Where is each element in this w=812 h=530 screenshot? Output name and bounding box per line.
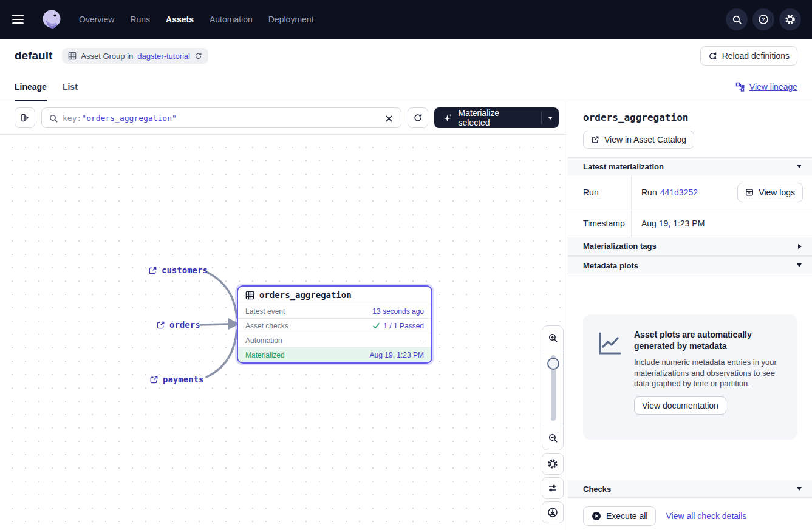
search-value-query: "orders_aggregation"	[81, 114, 177, 123]
external-link-icon	[148, 266, 157, 275]
chevron-down-icon	[797, 263, 802, 267]
top-nav: Overview Runs Assets Automation Deployme…	[0, 0, 812, 39]
row-label: Materialized	[245, 351, 285, 359]
chevron-right-icon	[798, 244, 802, 249]
zoom-slider-handle[interactable]	[547, 358, 559, 370]
nav-overview[interactable]: Overview	[79, 15, 114, 24]
tab-lineage-label: Lineage	[15, 82, 47, 92]
gear-icon	[547, 458, 558, 469]
graph-settings-button[interactable]	[542, 453, 564, 475]
canvas-controls	[542, 325, 564, 523]
row-value: Aug 19, 1:23 PM	[370, 351, 424, 359]
refresh-graph-button[interactable]	[408, 107, 428, 128]
row-value: 13 seconds ago	[372, 307, 424, 316]
section-materialization-tags[interactable]: Materialization tags	[567, 237, 812, 256]
refresh-icon[interactable]	[194, 52, 202, 60]
view-logs-button[interactable]: View logs	[737, 183, 803, 202]
gear-icon	[785, 14, 796, 25]
lineage-pane: key:"orders_aggregation" Materialize sel…	[0, 101, 567, 530]
asset-card-title: orders_aggregation	[259, 290, 352, 300]
view-lineage-link[interactable]: View lineage	[735, 73, 797, 101]
search-icon	[49, 114, 58, 123]
tab-list[interactable]: List	[63, 73, 78, 101]
graph-filters-button[interactable]	[542, 477, 564, 499]
page-header: default Asset Group in dagster-tutorial …	[0, 39, 812, 73]
node-customers[interactable]: customers	[148, 265, 208, 275]
settings-button[interactable]	[779, 8, 801, 30]
section-heading: Checks	[583, 484, 611, 494]
reload-definitions-label: Reload definitions	[722, 51, 790, 61]
zoom-in-button[interactable]	[542, 326, 563, 350]
external-link-icon	[149, 375, 159, 384]
panel-expand-icon	[20, 113, 30, 123]
section-latest-materialization[interactable]: Latest materialization	[567, 157, 812, 175]
zoom-out-button[interactable]	[542, 426, 563, 450]
lineage-graph-icon	[735, 82, 745, 92]
asset-card-row-automation: Automation –	[238, 333, 431, 347]
external-link-icon	[591, 135, 599, 144]
materialize-dropdown-button[interactable]	[542, 107, 559, 128]
checks-actions: Execute all View all check details	[567, 506, 812, 526]
run-prefix: Run	[641, 188, 657, 197]
row-label: Automation	[245, 336, 282, 345]
help-button[interactable]: ?	[752, 8, 774, 30]
refresh-icon	[413, 113, 423, 123]
node-orders[interactable]: orders	[156, 320, 200, 330]
hamburger-menu-icon[interactable]	[12, 11, 29, 28]
nav-assets[interactable]: Assets	[166, 15, 194, 24]
asset-node-orders-aggregation[interactable]: orders_aggregation Latest event 13 secon…	[237, 285, 432, 364]
nav-runs[interactable]: Runs	[130, 15, 150, 24]
table-icon	[245, 291, 254, 300]
view-documentation-button[interactable]: View documentation	[634, 396, 726, 415]
line-chart-icon	[595, 329, 624, 358]
help-icon: ?	[758, 14, 769, 25]
sparkle-icon	[443, 113, 453, 123]
timestamp-row-label: Timestamp	[567, 209, 632, 237]
check-icon	[372, 322, 380, 330]
view-in-asset-catalog-label: View in Asset Catalog	[604, 135, 686, 144]
search-icon	[732, 15, 742, 25]
recenter-view-button[interactable]	[542, 501, 564, 523]
search-value-prefix: key:	[63, 114, 81, 123]
section-checks[interactable]: Checks	[567, 480, 812, 498]
run-id-link[interactable]: 441d3252	[660, 188, 698, 197]
reload-definitions-button[interactable]: Reload definitions	[700, 46, 797, 66]
zoom-slider[interactable]	[542, 350, 563, 426]
tab-list-label: List	[63, 82, 78, 92]
reload-icon	[708, 52, 717, 61]
zoom-in-icon	[548, 333, 558, 343]
nav-deployment[interactable]: Deployment	[268, 15, 314, 24]
dagster-logo-icon[interactable]	[40, 8, 63, 31]
nav-automation[interactable]: Automation	[210, 15, 253, 24]
lineage-canvas[interactable]: customers orders payments orders_aggrega…	[0, 135, 567, 530]
primary-nav: Overview Runs Assets Automation Deployme…	[79, 15, 314, 24]
section-metadata-plots[interactable]: Metadata plots	[567, 256, 812, 274]
metadata-plots-empty-state: Asset plots are automatically generated …	[583, 314, 797, 440]
view-all-check-details-link[interactable]: View all check details	[666, 511, 746, 521]
plots-card-body: Include numeric metadata entries in your…	[634, 357, 785, 389]
row-label: Asset checks	[245, 322, 288, 330]
asset-group-badge[interactable]: Asset Group in dagster-tutorial	[62, 48, 208, 64]
row-value: 1 / 1 Passed	[383, 322, 424, 330]
filters-icon	[548, 483, 558, 493]
chevron-down-icon	[797, 487, 802, 491]
asset-card-row-materialized: Materialized Aug 19, 1:23 PM	[238, 347, 431, 362]
timestamp-row: Timestamp Aug 19, 1:23 PM	[567, 209, 812, 237]
expand-sidebar-button[interactable]	[15, 107, 35, 128]
node-label: orders	[169, 320, 200, 330]
code-location-link[interactable]: dagster-tutorial	[137, 52, 190, 61]
clear-search-button[interactable]	[384, 113, 395, 124]
asset-search-input[interactable]: key:"orders_aggregation"	[41, 107, 401, 128]
execute-all-button[interactable]: Execute all	[583, 506, 656, 526]
node-payments[interactable]: payments	[149, 375, 203, 384]
section-heading: Materialization tags	[583, 242, 657, 251]
run-row-label: Run	[567, 175, 632, 209]
section-heading: Metadata plots	[583, 261, 638, 270]
materialize-button-group: Materialize selected	[434, 107, 559, 128]
view-in-asset-catalog-button[interactable]: View in Asset Catalog	[583, 131, 694, 149]
node-label: customers	[162, 265, 208, 275]
timestamp-value: Aug 19, 1:23 PM	[641, 219, 705, 228]
tab-lineage[interactable]: Lineage	[15, 73, 47, 101]
search-button[interactable]	[726, 8, 748, 30]
materialize-selected-button[interactable]: Materialize selected	[434, 107, 542, 128]
